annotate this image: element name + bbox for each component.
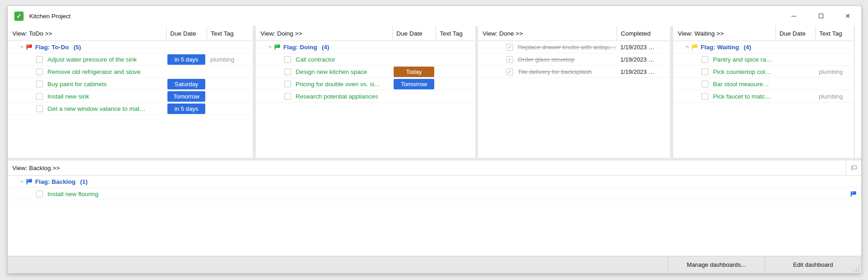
task-label: Pantry and spice ra… xyxy=(713,56,772,63)
window-title: Kitchen Project xyxy=(29,13,71,20)
panel-header: View: Doing >>Due DateText Tag xyxy=(256,26,475,41)
task-checkbox[interactable] xyxy=(36,93,43,100)
app-window: ✓ Kitchen Project ✕ View: ToDo >>Due Dat… xyxy=(7,5,862,274)
task-checkbox[interactable] xyxy=(284,81,291,88)
view-title[interactable]: View: ToDo >> xyxy=(8,26,166,41)
task-row[interactable]: ✓Replace drawer knobs with antiqu…1/19/2… xyxy=(478,41,670,53)
scrollbar-strip xyxy=(854,26,861,158)
column-cell: in 5 days xyxy=(166,103,207,114)
task-label: Bar stool measure… xyxy=(713,81,769,88)
due-badge[interactable]: Tomorrow xyxy=(167,91,205,102)
flag-column-header[interactable] xyxy=(846,161,861,175)
task-checkbox[interactable]: ✓ xyxy=(506,56,513,63)
task-main: Pricing for double oven vs. si… xyxy=(256,78,392,90)
task-checkbox[interactable] xyxy=(36,81,43,88)
task-main: Install new sink xyxy=(8,90,166,102)
group-row[interactable]: ¬Flag: Doing(4) xyxy=(256,41,475,53)
task-main: Call contractor xyxy=(256,53,392,65)
task-checkbox[interactable] xyxy=(702,81,708,88)
column-header-text-tag[interactable]: Text Tag xyxy=(207,26,253,41)
close-button[interactable]: ✕ xyxy=(834,6,861,26)
task-main: Install new flouring xyxy=(8,188,846,200)
task-row[interactable]: Buy paint for cabinetsSaturday xyxy=(8,78,253,90)
view-title[interactable]: View: Doing >> xyxy=(256,26,392,41)
task-label: Pick countertop col… xyxy=(713,68,771,75)
group-row[interactable]: ¬Flag: Backlog(1) xyxy=(8,176,861,188)
column-header-due-date[interactable]: Due Date xyxy=(775,26,815,41)
task-row[interactable]: Adjust water pressure of the sinkin 5 da… xyxy=(8,53,253,66)
column-header-text-tag[interactable]: Text Tag xyxy=(436,26,475,41)
panel-view-done: View: Done >>Completed✓Replace drawer kn… xyxy=(478,26,670,158)
column-cell xyxy=(392,90,436,102)
due-badge[interactable]: Today xyxy=(394,67,434,77)
manage-dashboards-button[interactable]: Manage dashboards... xyxy=(668,256,764,273)
column-cell: Today xyxy=(392,66,436,78)
task-checkbox[interactable] xyxy=(36,68,43,75)
column-header-due-date[interactable]: Due Date xyxy=(166,26,207,41)
task-row[interactable]: Pick countertop col…plumbing xyxy=(673,66,854,78)
task-row[interactable]: Bar stool measure… xyxy=(673,78,854,90)
view-title[interactable]: View: Backlog >> xyxy=(8,161,846,175)
close-icon: ✕ xyxy=(845,13,851,19)
task-row[interactable]: Get a new window valance to mat…in 5 day… xyxy=(8,103,253,115)
task-row[interactable]: Install new flouring xyxy=(8,188,861,200)
column-cell xyxy=(436,53,475,65)
view-title[interactable]: View: Done >> xyxy=(478,26,617,41)
task-row[interactable]: Pick faucet to matc…plumbing xyxy=(673,90,854,103)
task-checkbox[interactable] xyxy=(284,68,291,75)
column-cell xyxy=(815,78,854,90)
collapse-icon[interactable]: ¬ xyxy=(683,44,691,50)
task-row[interactable]: Pricing for double oven vs. si…Tomorrow xyxy=(256,78,475,90)
task-checkbox[interactable] xyxy=(702,93,708,100)
task-row[interactable]: Pantry and spice ra… xyxy=(673,53,854,66)
due-badge[interactable]: Saturday xyxy=(167,79,205,89)
group-label: Flag: Waiting xyxy=(701,44,739,51)
due-badge[interactable]: Tomorrow xyxy=(394,79,434,89)
column-cell: plumbing xyxy=(207,53,253,65)
minimize-button[interactable] xyxy=(780,6,807,26)
column-header-completed[interactable]: Completed xyxy=(617,26,670,41)
task-checkbox[interactable] xyxy=(702,56,708,63)
task-checkbox[interactable] xyxy=(36,105,43,112)
group-label: Flag: Doing xyxy=(283,44,317,51)
column-cell xyxy=(207,66,253,78)
task-checkbox[interactable] xyxy=(36,56,43,63)
task-row[interactable]: ✓Order glass stovetop1/19/2023 … xyxy=(478,53,670,66)
task-row[interactable]: Remove old refrigerator and stove xyxy=(8,66,253,78)
column-header-text-tag[interactable]: Text Tag xyxy=(815,26,854,41)
resize-grip[interactable] xyxy=(854,266,859,271)
task-main: Design new kitchen space xyxy=(256,66,392,78)
group-label: Flag: Backlog xyxy=(35,178,76,185)
task-checkbox[interactable]: ✓ xyxy=(506,44,513,51)
task-label: Get a new window valance to mat… xyxy=(47,105,146,112)
edit-dashboard-button[interactable]: Edit dashboard xyxy=(764,256,861,273)
column-cell xyxy=(436,66,475,78)
task-flag-icon[interactable] xyxy=(846,191,861,197)
task-checkbox[interactable] xyxy=(702,68,708,75)
collapse-icon[interactable]: ¬ xyxy=(18,44,25,50)
collapse-icon[interactable]: ¬ xyxy=(266,44,273,50)
group-row[interactable]: ¬Flag: To-Do(5) xyxy=(8,41,253,53)
task-row[interactable]: ✓Tile delivery for backsplash1/19/2023 … xyxy=(478,66,670,78)
collapse-icon[interactable]: ¬ xyxy=(18,178,25,185)
task-checkbox[interactable] xyxy=(36,191,43,197)
completed-date: 1/19/2023 … xyxy=(617,68,654,75)
due-badge[interactable]: in 5 days xyxy=(167,104,205,114)
group-row[interactable]: ¬Flag: Waiting(4) xyxy=(673,41,854,53)
due-badge[interactable]: in 5 days xyxy=(167,54,205,65)
task-row[interactable]: Install new sinkTomorrow xyxy=(8,90,253,103)
task-checkbox[interactable] xyxy=(284,93,291,100)
task-main: Bar stool measure… xyxy=(673,78,775,90)
view-title[interactable]: View: Waiting >> xyxy=(673,26,775,41)
task-label: Replace drawer knobs with antiqu… xyxy=(518,44,616,51)
task-row[interactable]: Call contractor xyxy=(256,53,475,66)
maximize-button[interactable] xyxy=(807,6,834,26)
task-main: Pick countertop col… xyxy=(673,66,775,78)
task-checkbox[interactable] xyxy=(284,56,291,63)
task-checkbox[interactable]: ✓ xyxy=(506,68,513,75)
task-row[interactable]: Design new kitchen spaceToday xyxy=(256,66,475,78)
column-header-due-date[interactable]: Due Date xyxy=(392,26,436,41)
status-bar: Manage dashboards... Edit dashboard xyxy=(8,256,861,273)
task-row[interactable]: Research potential appliances xyxy=(256,90,475,103)
completed-date: 1/19/2023 … xyxy=(617,44,654,51)
